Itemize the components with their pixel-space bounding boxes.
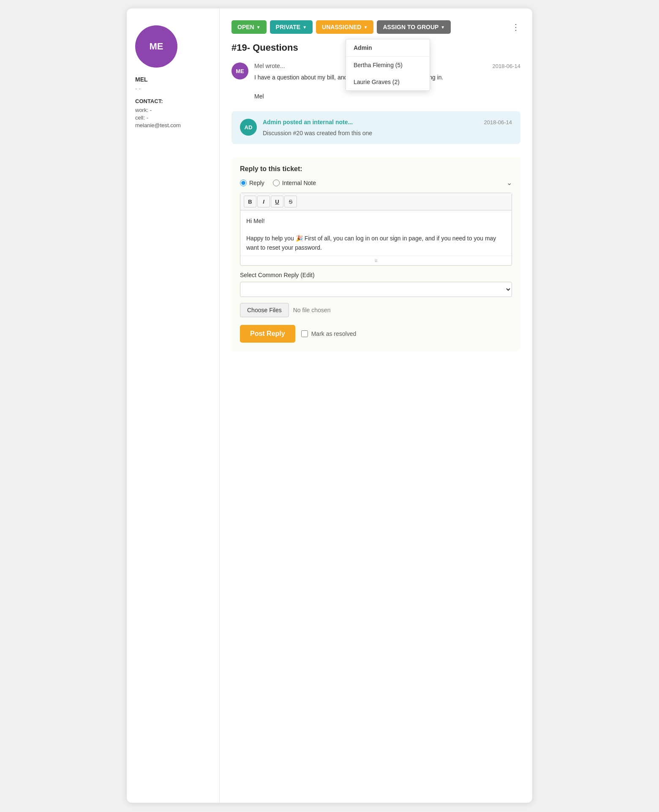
reply-section-chevron: ⌄ [507, 179, 512, 187]
user-name: MEL [135, 76, 211, 83]
message-date: 2018-06-14 [493, 63, 521, 69]
reply-radio[interactable] [240, 180, 247, 186]
message-author: Mel wrote... [254, 63, 285, 69]
mark-resolved-label[interactable]: Mark as resolved [301, 330, 357, 337]
italic-button[interactable]: I [257, 196, 270, 207]
internal-note-box: AD Admin posted an internal note... 2018… [231, 111, 520, 144]
sidebar: ME MEL - - CONTACT: work: - cell: - mela… [127, 8, 220, 803]
tab-internal-note[interactable]: Internal Note [273, 180, 316, 186]
bold-button[interactable]: B [244, 196, 256, 207]
editor-resize-handle[interactable]: ≡ [240, 256, 512, 265]
assign-dropdown-menu: Admin Bertha Fleming (5) Laurie Graves (… [346, 39, 430, 91]
contact-label: CONTACT: [135, 98, 211, 104]
editor-toolbar: B I U S [240, 193, 512, 210]
editor-line2: Happy to help you 🎉 First of all, you ca… [246, 234, 506, 253]
strikethrough-button[interactable]: S [284, 196, 297, 207]
toolbar: OPEN ▼ PRIVATE ▼ UNASSIGNED ▼ ASSIGN TO … [231, 20, 520, 34]
post-reply-button[interactable]: Post Reply [240, 325, 295, 343]
note-date: 2018-06-14 [484, 119, 512, 125]
tab-reply[interactable]: Reply [240, 180, 264, 186]
dropdown-item-laurie[interactable]: Laurie Graves (2) [346, 74, 430, 90]
assign-group-dropdown-arrow: ▼ [441, 25, 445, 30]
email-contact: melanie@test.com [135, 122, 211, 128]
dropdown-item-bertha[interactable]: Bertha Fleming (5) [346, 57, 430, 74]
more-options-button[interactable]: ⋮ [512, 22, 520, 32]
note-header: Admin posted an internal note... 2018-06… [263, 119, 512, 125]
common-reply-select[interactable] [240, 282, 512, 297]
reply-section: Reply to this ticket: Reply Internal Not… [231, 157, 520, 351]
note-avatar: AD [240, 119, 257, 136]
choose-files-button[interactable]: Choose Files [240, 303, 289, 317]
user-dash: - - [135, 85, 211, 92]
underline-button[interactable]: U [271, 196, 283, 207]
mark-resolved-checkbox[interactable] [301, 330, 308, 337]
editor-container: B I U S Hi Mel! Happy to help you 🎉 Firs… [240, 193, 512, 266]
cell-contact: cell: - [135, 114, 211, 121]
reply-title: Reply to this ticket: [240, 165, 512, 173]
message-avatar: ME [231, 63, 248, 79]
private-dropdown-arrow: ▼ [302, 25, 307, 30]
dropdown-admin-header[interactable]: Admin [346, 39, 430, 57]
note-content: Admin posted an internal note... 2018-06… [263, 119, 512, 136]
post-row: Post Reply Mark as resolved [240, 325, 512, 343]
note-body: Discussion #20 was created from this one [263, 130, 512, 136]
note-author: Admin posted an internal note... [263, 119, 353, 125]
work-contact: work: - [135, 107, 211, 113]
note-row: AD Admin posted an internal note... 2018… [240, 119, 512, 136]
common-reply-label: Select Common Reply (Edit) [240, 272, 512, 278]
editor-content-area[interactable]: Hi Mel! Happy to help you 🎉 First of all… [240, 210, 512, 256]
main-content: OPEN ▼ PRIVATE ▼ UNASSIGNED ▼ ASSIGN TO … [220, 8, 532, 803]
editor-line1: Hi Mel! [246, 216, 506, 226]
unassigned-button[interactable]: UNASSIGNED ▼ [316, 20, 373, 34]
private-button[interactable]: PRIVATE ▼ [270, 20, 313, 34]
internal-note-radio[interactable] [273, 180, 280, 186]
reply-tabs: Reply Internal Note ⌄ [240, 179, 512, 187]
resize-icon: ≡ [374, 258, 377, 264]
unassigned-dropdown-arrow: ▼ [363, 25, 368, 30]
no-file-text: No file chosen [293, 307, 331, 313]
avatar: ME [135, 25, 177, 68]
open-dropdown-arrow: ▼ [256, 25, 261, 30]
open-button[interactable]: OPEN ▼ [231, 20, 267, 34]
file-row: Choose Files No file chosen [240, 303, 512, 317]
assign-group-button[interactable]: ASSIGN TO GROUP ▼ [377, 20, 451, 34]
